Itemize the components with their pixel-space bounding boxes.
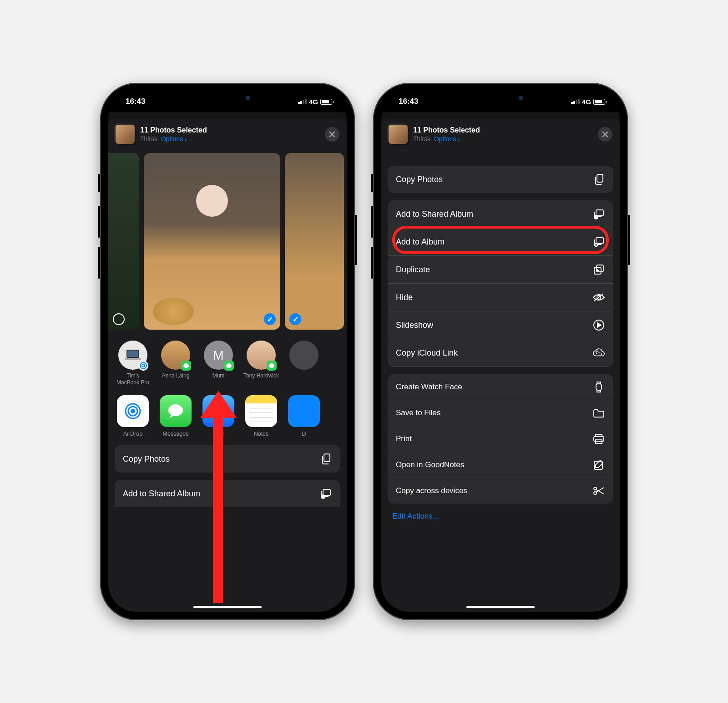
- action-copy-across-devices[interactable]: Copy across devices: [388, 478, 613, 504]
- action-duplicate[interactable]: Duplicate: [388, 256, 613, 284]
- action-label: Copy Photos: [396, 175, 443, 184]
- messages-badge-icon: [267, 361, 277, 371]
- svg-rect-14: [596, 238, 603, 244]
- action-add-to-album[interactable]: Add to Album: [388, 228, 613, 256]
- app-label: Messages: [163, 431, 189, 437]
- app-icon-generic: [288, 395, 320, 427]
- svg-rect-8: [324, 454, 330, 462]
- notes-icon: [245, 395, 277, 427]
- avatar: [161, 341, 190, 370]
- duplicate-icon: [592, 263, 605, 276]
- airdrop-badge-icon: [138, 361, 148, 371]
- status-network: 4G: [309, 98, 318, 106]
- signal-icon: [571, 99, 580, 104]
- messages-badge-icon: [224, 361, 234, 371]
- copy-icon: [592, 173, 605, 186]
- edit-actions-link[interactable]: Edit Actions…: [381, 507, 620, 525]
- status-time: 16:43: [399, 97, 418, 106]
- action-group: Create Watch Face Save to Files Print: [388, 374, 613, 504]
- compose-icon: [592, 458, 605, 471]
- action-slideshow[interactable]: Slideshow: [388, 311, 613, 339]
- action-label: Create Watch Face: [396, 382, 462, 392]
- scissors-icon: [592, 484, 605, 497]
- action-label: Open in GoodNotes: [396, 460, 464, 469]
- action-print[interactable]: Print: [388, 426, 613, 452]
- share-target-label: Tim's MacBook Pro: [116, 372, 149, 386]
- people-row[interactable]: Tim's MacBook Pro Anna Laing M Mum: [108, 332, 347, 389]
- action-create-watch-face[interactable]: Create Watch Face: [388, 374, 613, 400]
- action-group: Copy Photos: [115, 445, 340, 473]
- action-add-shared-album[interactable]: Add to Shared Album: [388, 200, 613, 228]
- photo-card[interactable]: [144, 153, 280, 330]
- svg-rect-1: [127, 351, 138, 357]
- messages-icon: [160, 395, 192, 427]
- action-label: Print: [396, 434, 412, 443]
- app-mail[interactable]: Mail: [200, 395, 237, 437]
- home-indicator[interactable]: [193, 606, 262, 608]
- action-label: Add to Album: [396, 237, 445, 247]
- header-thumbnail: [389, 125, 408, 144]
- home-indicator[interactable]: [466, 606, 535, 608]
- close-button[interactable]: [598, 127, 612, 142]
- photo-strip[interactable]: [108, 150, 347, 332]
- add-album-icon: [592, 235, 605, 248]
- svg-rect-2: [125, 358, 141, 360]
- action-label: Add to Shared Album: [396, 209, 473, 219]
- options-link[interactable]: Options ›: [161, 135, 187, 143]
- share-target-person[interactable]: [286, 341, 322, 386]
- share-target-person[interactable]: Anna Laing: [157, 341, 194, 386]
- select-indicator-empty[interactable]: [113, 313, 125, 325]
- action-group: Add to Shared Album Add to Album Duplica…: [388, 200, 613, 367]
- photo-card[interactable]: [108, 153, 139, 330]
- avatar: [289, 341, 318, 370]
- phone-right: 16:43 4G 11 Photos Selected Thirsk Optio…: [373, 83, 628, 620]
- header-location: Thirsk: [140, 135, 157, 143]
- action-add-shared-album[interactable]: Add to Shared Album: [115, 480, 340, 507]
- play-icon: [592, 319, 605, 331]
- shared-album-icon: [592, 208, 605, 220]
- copy-icon: [319, 453, 332, 465]
- action-label: Add to Shared Album: [123, 489, 200, 499]
- app-messages[interactable]: Messages: [157, 395, 194, 437]
- action-group: Add to Shared Album: [115, 480, 340, 507]
- share-target-macbook[interactable]: Tim's MacBook Pro: [115, 341, 151, 386]
- watch-icon: [592, 381, 605, 393]
- app-label: Mail: [213, 431, 224, 437]
- shared-album-icon: [319, 487, 332, 500]
- close-icon: [602, 131, 608, 138]
- action-group: Copy Photos: [388, 166, 613, 193]
- select-indicator-checked[interactable]: [264, 313, 276, 325]
- svg-rect-11: [597, 174, 603, 182]
- mail-icon: [202, 395, 234, 427]
- apps-row[interactable]: AirDrop Messages Mail: [108, 389, 347, 442]
- action-copy-photos[interactable]: Copy Photos: [115, 445, 340, 473]
- share-target-person[interactable]: Tony Hardwick: [243, 341, 279, 386]
- action-copy-photos[interactable]: Copy Photos: [388, 166, 613, 193]
- share-sheet: 11 Photos Selected Thirsk Options › Copy…: [381, 118, 620, 612]
- action-hide[interactable]: Hide: [388, 284, 613, 311]
- svg-rect-12: [596, 210, 603, 216]
- photo-card[interactable]: [285, 153, 344, 330]
- share-target-person[interactable]: M Mum: [200, 341, 237, 386]
- select-indicator-checked[interactable]: [289, 313, 301, 325]
- messages-badge-icon: [181, 361, 191, 371]
- header-location: Thirsk: [413, 135, 430, 143]
- action-label: Hide: [396, 293, 413, 302]
- app-airdrop[interactable]: AirDrop: [115, 395, 151, 437]
- battery-icon: [593, 99, 605, 105]
- status-time: 16:43: [126, 97, 145, 106]
- svg-rect-7: [210, 406, 227, 417]
- action-label: Save to Files: [396, 408, 440, 418]
- close-button[interactable]: [325, 127, 339, 142]
- header-thumbnail: [116, 125, 135, 144]
- app-label: Notes: [254, 431, 269, 437]
- share-target-label: Tony Hardwick: [243, 372, 279, 379]
- action-copy-icloud-link[interactable]: Copy iCloud Link: [388, 339, 613, 367]
- folder-icon: [592, 407, 605, 419]
- options-link[interactable]: Options ›: [434, 135, 460, 143]
- app-notes[interactable]: Notes: [243, 395, 279, 437]
- action-open-goodnotes[interactable]: Open in GoodNotes: [388, 452, 613, 478]
- action-save-to-files[interactable]: Save to Files: [388, 400, 613, 426]
- signal-icon: [298, 99, 307, 104]
- app-more[interactable]: D: [286, 395, 322, 437]
